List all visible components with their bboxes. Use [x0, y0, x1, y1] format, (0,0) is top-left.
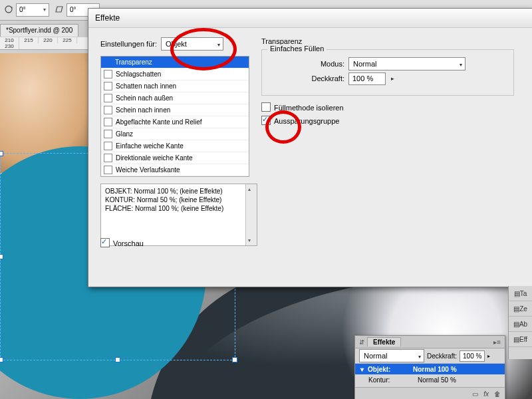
svg-point-0 [5, 6, 12, 13]
dock-button[interactable]: ▤ Ta [509, 286, 532, 301]
knockout-checkbox[interactable] [261, 116, 271, 125]
preview-checkbox[interactable] [100, 238, 110, 247]
effect-row[interactable]: Direktionale weiche Kante [101, 152, 249, 164]
chevron-down-icon[interactable]: ▾ [43, 4, 46, 16]
effect-checkbox[interactable] [104, 118, 112, 126]
effect-checkbox[interactable] [104, 130, 112, 138]
shear-icon[interactable] [55, 5, 64, 14]
horizontal-ruler: 210215220225230 [0, 37, 93, 50]
effect-checkbox[interactable] [104, 154, 112, 162]
side-dock: ▤ Ta ▤ Ze ▤ Ab ▤ Eff [508, 286, 532, 359]
scrollbar[interactable] [245, 184, 257, 245]
panel-mode-dropdown[interactable]: Normal▾ [359, 349, 424, 362]
effect-row[interactable]: Abgeflachte Kante und Relief [101, 116, 249, 128]
effect-checkbox[interactable] [104, 166, 112, 174]
trash-icon[interactable]: 🗑 [494, 390, 501, 398]
preview-label: Vorschau [113, 239, 144, 247]
effect-row[interactable]: Einfache weiche Kante [101, 140, 249, 152]
mode-dropdown[interactable]: Normal▾ [348, 57, 466, 70]
opacity-slider-arrow[interactable]: ▸ [487, 353, 490, 359]
effect-checkbox[interactable] [104, 142, 112, 150]
dialog-title: Effekte [88, 9, 532, 28]
effect-row[interactable]: Glanz [101, 128, 249, 140]
simple-fill-group: Einfaches Füllen Modus: Normal▾ Deckkraf… [261, 49, 514, 96]
panel-row-kontur[interactable]: Kontur:Normal 50 % [355, 374, 505, 385]
panel-menu-icon[interactable]: ▸≡ [493, 338, 501, 346]
opacity-label: Deckkraft: [270, 74, 344, 82]
effect-row[interactable]: Schein nach außen [101, 92, 249, 104]
effect-checkbox[interactable] [104, 94, 112, 102]
collapse-arrows-icon[interactable]: ⇵ [359, 338, 364, 346]
settings-for-dropdown[interactable]: Objekt▾ [161, 37, 223, 51]
settings-for-label: Einstellungen für: [100, 40, 157, 48]
effect-row-transparenz[interactable]: Transparenz [101, 57, 249, 68]
effects-list[interactable]: Transparenz Schlagschatten Schatten nach… [100, 56, 249, 177]
opacity-field[interactable]: 100 % [348, 72, 386, 85]
rotate-icon[interactable] [4, 5, 13, 14]
opacity-slider-arrow[interactable]: ▸ [391, 75, 394, 82]
effect-checkbox[interactable] [104, 106, 112, 114]
effects-dialog: Effekte Einstellungen für: Objekt▾ Trans… [88, 8, 532, 287]
effect-checkbox[interactable] [104, 70, 112, 78]
effect-row[interactable]: Schlagschatten [101, 68, 249, 80]
dock-button[interactable]: ▤ Eff [509, 332, 532, 347]
effects-panel: ⇵ Effekte ▸≡ Normal▾ Deckkraft: 100 % ▸ … [354, 335, 505, 399]
group-legend: Einfaches Füllen [267, 45, 327, 53]
effect-row[interactable]: Schatten nach innen [101, 80, 249, 92]
fx-button[interactable]: fx [483, 390, 489, 398]
panel-opacity-label: Deckkraft: [427, 352, 457, 360]
preview-row[interactable]: Vorschau [100, 237, 144, 247]
isolate-blend-row[interactable]: Füllmethode isolieren [261, 101, 514, 112]
document-tab[interactable]: *Sportflyer.indd @ 200 [0, 24, 78, 37]
rotation-field-1[interactable]: 0°▾ [16, 3, 49, 17]
knockout-group-row[interactable]: Aussparungsgruppe [261, 114, 514, 125]
chevron-down-icon[interactable]: ▾ [418, 351, 421, 363]
effect-checkbox[interactable] [104, 82, 112, 90]
knockout-label: Aussparungsgruppe [274, 117, 339, 125]
effect-row[interactable]: Schein nach innen [101, 104, 249, 116]
panel-opacity-field[interactable]: 100 % [460, 350, 485, 362]
mode-label: Modus: [270, 60, 344, 68]
chevron-down-icon[interactable]: ▾ [217, 39, 220, 51]
chevron-down-icon[interactable]: ▾ [460, 59, 462, 71]
isolate-label: Füllmethode isolieren [274, 104, 344, 112]
panel-row-objekt[interactable]: ▾Objekt:Normal 100 % [355, 364, 505, 374]
dock-button[interactable]: ▤ Ab [509, 317, 532, 332]
effect-row[interactable]: Weiche Verlaufskante [101, 164, 249, 176]
isolate-checkbox[interactable] [261, 102, 271, 112]
panel-target-list[interactable]: ▾Objekt:Normal 100 % Kontur:Normal 50 % [355, 364, 505, 385]
dock-button[interactable]: ▤ Ze [509, 301, 532, 317]
effects-panel-tab[interactable]: Effekte [367, 337, 401, 346]
clear-override-icon[interactable]: ▭ [472, 390, 478, 398]
